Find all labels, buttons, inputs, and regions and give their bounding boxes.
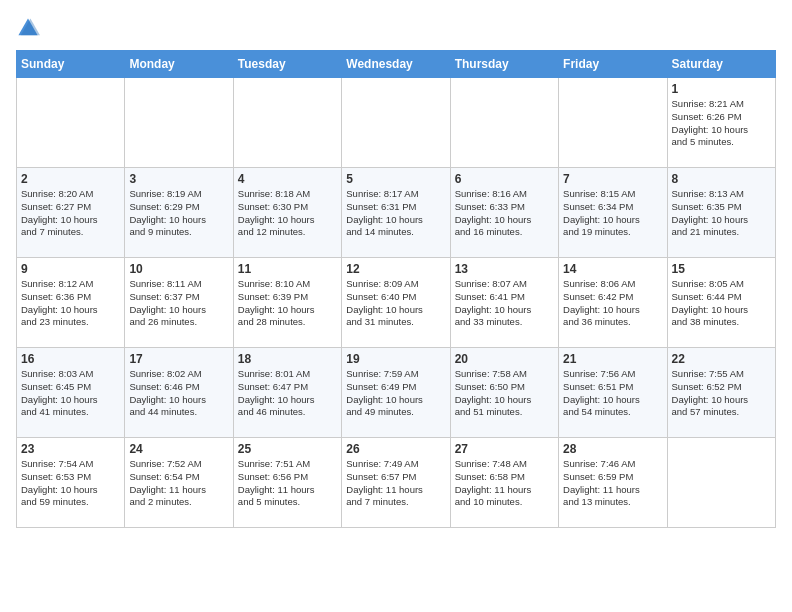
day-info: Sunrise: 8:06 AM Sunset: 6:42 PM Dayligh…	[563, 278, 662, 329]
calendar-cell	[17, 78, 125, 168]
calendar-cell: 24Sunrise: 7:52 AM Sunset: 6:54 PM Dayli…	[125, 438, 233, 528]
header-thursday: Thursday	[450, 51, 558, 78]
day-info: Sunrise: 7:51 AM Sunset: 6:56 PM Dayligh…	[238, 458, 337, 509]
day-number: 28	[563, 442, 662, 456]
day-number: 10	[129, 262, 228, 276]
calendar-cell: 2Sunrise: 8:20 AM Sunset: 6:27 PM Daylig…	[17, 168, 125, 258]
day-info: Sunrise: 7:49 AM Sunset: 6:57 PM Dayligh…	[346, 458, 445, 509]
day-info: Sunrise: 8:09 AM Sunset: 6:40 PM Dayligh…	[346, 278, 445, 329]
day-info: Sunrise: 7:58 AM Sunset: 6:50 PM Dayligh…	[455, 368, 554, 419]
calendar-cell: 16Sunrise: 8:03 AM Sunset: 6:45 PM Dayli…	[17, 348, 125, 438]
day-info: Sunrise: 8:16 AM Sunset: 6:33 PM Dayligh…	[455, 188, 554, 239]
calendar-cell: 17Sunrise: 8:02 AM Sunset: 6:46 PM Dayli…	[125, 348, 233, 438]
day-number: 3	[129, 172, 228, 186]
calendar-week-1: 2Sunrise: 8:20 AM Sunset: 6:27 PM Daylig…	[17, 168, 776, 258]
calendar-week-0: 1Sunrise: 8:21 AM Sunset: 6:26 PM Daylig…	[17, 78, 776, 168]
day-number: 20	[455, 352, 554, 366]
day-info: Sunrise: 8:11 AM Sunset: 6:37 PM Dayligh…	[129, 278, 228, 329]
day-number: 22	[672, 352, 771, 366]
day-info: Sunrise: 8:10 AM Sunset: 6:39 PM Dayligh…	[238, 278, 337, 329]
day-number: 2	[21, 172, 120, 186]
day-info: Sunrise: 8:18 AM Sunset: 6:30 PM Dayligh…	[238, 188, 337, 239]
day-info: Sunrise: 7:59 AM Sunset: 6:49 PM Dayligh…	[346, 368, 445, 419]
day-info: Sunrise: 8:20 AM Sunset: 6:27 PM Dayligh…	[21, 188, 120, 239]
day-info: Sunrise: 7:56 AM Sunset: 6:51 PM Dayligh…	[563, 368, 662, 419]
day-info: Sunrise: 8:21 AM Sunset: 6:26 PM Dayligh…	[672, 98, 771, 149]
day-number: 11	[238, 262, 337, 276]
calendar-cell: 8Sunrise: 8:13 AM Sunset: 6:35 PM Daylig…	[667, 168, 775, 258]
calendar-cell: 19Sunrise: 7:59 AM Sunset: 6:49 PM Dayli…	[342, 348, 450, 438]
day-info: Sunrise: 7:48 AM Sunset: 6:58 PM Dayligh…	[455, 458, 554, 509]
calendar-cell: 10Sunrise: 8:11 AM Sunset: 6:37 PM Dayli…	[125, 258, 233, 348]
calendar-table: SundayMondayTuesdayWednesdayThursdayFrid…	[16, 50, 776, 528]
calendar-cell: 18Sunrise: 8:01 AM Sunset: 6:47 PM Dayli…	[233, 348, 341, 438]
calendar-week-2: 9Sunrise: 8:12 AM Sunset: 6:36 PM Daylig…	[17, 258, 776, 348]
header-sunday: Sunday	[17, 51, 125, 78]
page-header	[16, 16, 776, 40]
day-number: 7	[563, 172, 662, 186]
day-info: Sunrise: 7:52 AM Sunset: 6:54 PM Dayligh…	[129, 458, 228, 509]
day-number: 21	[563, 352, 662, 366]
calendar-header-row: SundayMondayTuesdayWednesdayThursdayFrid…	[17, 51, 776, 78]
calendar-cell: 26Sunrise: 7:49 AM Sunset: 6:57 PM Dayli…	[342, 438, 450, 528]
day-info: Sunrise: 8:17 AM Sunset: 6:31 PM Dayligh…	[346, 188, 445, 239]
day-info: Sunrise: 7:55 AM Sunset: 6:52 PM Dayligh…	[672, 368, 771, 419]
calendar-cell	[450, 78, 558, 168]
calendar-cell: 13Sunrise: 8:07 AM Sunset: 6:41 PM Dayli…	[450, 258, 558, 348]
header-saturday: Saturday	[667, 51, 775, 78]
calendar-cell: 28Sunrise: 7:46 AM Sunset: 6:59 PM Dayli…	[559, 438, 667, 528]
day-number: 25	[238, 442, 337, 456]
header-wednesday: Wednesday	[342, 51, 450, 78]
calendar-cell: 20Sunrise: 7:58 AM Sunset: 6:50 PM Dayli…	[450, 348, 558, 438]
day-number: 26	[346, 442, 445, 456]
day-number: 13	[455, 262, 554, 276]
day-info: Sunrise: 8:02 AM Sunset: 6:46 PM Dayligh…	[129, 368, 228, 419]
day-number: 9	[21, 262, 120, 276]
header-monday: Monday	[125, 51, 233, 78]
calendar-week-4: 23Sunrise: 7:54 AM Sunset: 6:53 PM Dayli…	[17, 438, 776, 528]
calendar-cell	[233, 78, 341, 168]
calendar-cell	[559, 78, 667, 168]
calendar-cell: 3Sunrise: 8:19 AM Sunset: 6:29 PM Daylig…	[125, 168, 233, 258]
logo-icon	[16, 16, 40, 40]
day-number: 12	[346, 262, 445, 276]
calendar-cell: 6Sunrise: 8:16 AM Sunset: 6:33 PM Daylig…	[450, 168, 558, 258]
calendar-cell	[667, 438, 775, 528]
day-info: Sunrise: 8:19 AM Sunset: 6:29 PM Dayligh…	[129, 188, 228, 239]
day-info: Sunrise: 8:13 AM Sunset: 6:35 PM Dayligh…	[672, 188, 771, 239]
calendar-cell	[125, 78, 233, 168]
day-number: 14	[563, 262, 662, 276]
day-info: Sunrise: 8:07 AM Sunset: 6:41 PM Dayligh…	[455, 278, 554, 329]
day-number: 23	[21, 442, 120, 456]
calendar-week-3: 16Sunrise: 8:03 AM Sunset: 6:45 PM Dayli…	[17, 348, 776, 438]
day-number: 6	[455, 172, 554, 186]
calendar-cell: 12Sunrise: 8:09 AM Sunset: 6:40 PM Dayli…	[342, 258, 450, 348]
calendar-cell: 27Sunrise: 7:48 AM Sunset: 6:58 PM Dayli…	[450, 438, 558, 528]
day-info: Sunrise: 8:12 AM Sunset: 6:36 PM Dayligh…	[21, 278, 120, 329]
calendar-cell: 25Sunrise: 7:51 AM Sunset: 6:56 PM Dayli…	[233, 438, 341, 528]
logo	[16, 16, 44, 40]
calendar-cell: 11Sunrise: 8:10 AM Sunset: 6:39 PM Dayli…	[233, 258, 341, 348]
calendar-cell: 7Sunrise: 8:15 AM Sunset: 6:34 PM Daylig…	[559, 168, 667, 258]
header-tuesday: Tuesday	[233, 51, 341, 78]
day-number: 16	[21, 352, 120, 366]
day-info: Sunrise: 8:15 AM Sunset: 6:34 PM Dayligh…	[563, 188, 662, 239]
day-number: 5	[346, 172, 445, 186]
day-number: 18	[238, 352, 337, 366]
day-number: 19	[346, 352, 445, 366]
day-info: Sunrise: 7:54 AM Sunset: 6:53 PM Dayligh…	[21, 458, 120, 509]
calendar-cell: 5Sunrise: 8:17 AM Sunset: 6:31 PM Daylig…	[342, 168, 450, 258]
day-number: 15	[672, 262, 771, 276]
calendar-cell: 14Sunrise: 8:06 AM Sunset: 6:42 PM Dayli…	[559, 258, 667, 348]
calendar-cell: 1Sunrise: 8:21 AM Sunset: 6:26 PM Daylig…	[667, 78, 775, 168]
calendar-cell: 22Sunrise: 7:55 AM Sunset: 6:52 PM Dayli…	[667, 348, 775, 438]
calendar-cell: 9Sunrise: 8:12 AM Sunset: 6:36 PM Daylig…	[17, 258, 125, 348]
day-number: 24	[129, 442, 228, 456]
calendar-cell	[342, 78, 450, 168]
day-info: Sunrise: 8:01 AM Sunset: 6:47 PM Dayligh…	[238, 368, 337, 419]
day-number: 17	[129, 352, 228, 366]
calendar-cell: 23Sunrise: 7:54 AM Sunset: 6:53 PM Dayli…	[17, 438, 125, 528]
day-number: 4	[238, 172, 337, 186]
day-info: Sunrise: 8:03 AM Sunset: 6:45 PM Dayligh…	[21, 368, 120, 419]
calendar-cell: 21Sunrise: 7:56 AM Sunset: 6:51 PM Dayli…	[559, 348, 667, 438]
